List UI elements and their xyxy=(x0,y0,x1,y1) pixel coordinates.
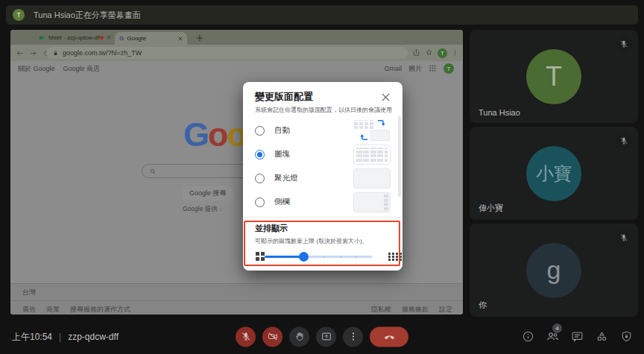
footer-settings: 設定 xyxy=(439,305,452,315)
layout-option-tiled[interactable]: 圖塊 xyxy=(255,142,391,166)
layout-tiled-icon xyxy=(353,145,391,165)
participant-name: Tuna Hsiao xyxy=(479,108,520,117)
radio-spotlight[interactable] xyxy=(255,174,265,183)
mic-muted-icon xyxy=(616,230,632,246)
change-layout-dialog: 變更版面配置 系統會記住你選取的版面配置，以供日後的會議使用 自動 圖塊 xyxy=(243,82,402,271)
mic-muted-icon xyxy=(616,36,632,52)
more-options-button[interactable] xyxy=(343,326,363,347)
tiles-section: 並排顯示 可顯示的圖塊數量上限 (取決於視窗大小)。 xyxy=(255,218,391,262)
clock-text: 上午10:54 xyxy=(12,330,52,343)
camera-off-button[interactable] xyxy=(262,326,282,347)
meeting-details-button[interactable] xyxy=(520,329,535,344)
link-gmail: Gmail xyxy=(384,65,402,72)
browser-menu-icon xyxy=(452,46,458,60)
page-footer: 台灣 廣告 商業 搜尋服務的運作方式 隱私權 服務條款 設定 xyxy=(10,283,463,315)
address-bar: google.com.tw/?hl=zh_TW xyxy=(46,47,408,59)
tab-title: Google xyxy=(127,35,178,42)
footer-privacy: 隱私權 xyxy=(371,305,391,315)
layout-auto-icon xyxy=(353,119,391,142)
chat-button[interactable] xyxy=(569,329,584,344)
participants-button[interactable]: 4 xyxy=(545,329,560,344)
participant-name: 偉小寶 xyxy=(479,203,503,214)
participant-avatar-2: g xyxy=(526,243,581,298)
dialog-title: 變更版面配置 xyxy=(255,90,313,104)
footer-terms: 服務條款 xyxy=(402,305,429,315)
dialog-scrollbar[interactable] xyxy=(398,116,401,197)
presenter-avatar: T xyxy=(13,9,25,21)
google-search-button: Google 搜尋 xyxy=(183,186,233,200)
layout-option-sidebar[interactable]: 側欄 xyxy=(255,190,391,214)
browser-toolbar: google.com.tw/?hl=zh_TW T xyxy=(10,45,463,61)
link-images: 圖片 xyxy=(408,64,422,74)
raise-hand-button[interactable] xyxy=(289,326,309,347)
participant-tile-tuna[interactable]: T Tuna Hsiao xyxy=(470,30,638,123)
footer-business: 商業 xyxy=(46,305,60,315)
layout-option-auto[interactable]: 自動 xyxy=(255,118,391,142)
presenting-banner: T Tuna Hsiao正在分享螢幕畫面 xyxy=(6,5,638,25)
footer-country: 台灣 xyxy=(22,288,36,297)
link-about-google: 關於 Google xyxy=(18,64,55,74)
participant-tile-xiaobao[interactable]: 小寶 偉小寶 xyxy=(470,127,638,220)
google-favicon-icon: G xyxy=(119,35,124,42)
apps-grid-icon xyxy=(429,64,437,74)
host-controls-button[interactable] xyxy=(619,329,634,344)
lock-icon xyxy=(52,50,59,57)
tab-close-icon xyxy=(107,35,111,39)
close-icon[interactable] xyxy=(380,92,391,102)
browser-tabstrip: Meet - zzp-qdcw-dff G Google xyxy=(10,30,463,45)
grid-large-icon xyxy=(388,253,391,255)
link-google-store: Google 商店 xyxy=(63,64,101,74)
new-tab-icon xyxy=(195,33,205,43)
presenter-avatar-initial: T xyxy=(16,11,21,19)
radio-tiled[interactable] xyxy=(255,150,265,159)
share-page-icon xyxy=(412,46,420,60)
browser-tab-google: G Google xyxy=(115,32,187,45)
tab-close-icon xyxy=(178,37,183,41)
activities-button[interactable] xyxy=(594,329,609,344)
bottom-bar: 上午10:54 | zzp-qdcw-dff 4 xyxy=(0,319,644,354)
browser-avatar: T xyxy=(438,48,447,58)
layout-sidebar-icon xyxy=(353,192,391,212)
tab-title: Meet - zzp-qdcw-dff xyxy=(48,34,100,41)
footer-ads: 廣告 xyxy=(22,305,36,315)
tiles-section-title: 並排顯示 xyxy=(255,223,391,234)
url-text: google.com.tw/?hl=zh_TW xyxy=(63,49,142,57)
offered-in-line: Google 提供： xyxy=(183,205,224,214)
tiles-slider[interactable] xyxy=(265,251,372,262)
layout-option-spotlight[interactable]: 聚光燈 xyxy=(255,166,391,190)
browser-tab-meet: Meet - zzp-qdcw-dff xyxy=(35,30,115,45)
tiles-section-description: 可顯示的圖塊數量上限 (取決於視窗大小)。 xyxy=(255,237,391,245)
meet-window: T Tuna Hsiao正在分享螢幕畫面 Meet - zzp-qdcw-dff… xyxy=(0,0,644,354)
grid-small-icon xyxy=(256,252,259,256)
end-call-button[interactable] xyxy=(370,326,408,347)
forward-icon xyxy=(29,49,37,57)
participant-avatar-0: T xyxy=(526,49,581,104)
meet-favicon-icon xyxy=(39,34,45,41)
page-avatar: T xyxy=(443,63,454,74)
back-icon xyxy=(16,49,24,57)
footer-how-search-works: 搜尋服務的運作方式 xyxy=(70,305,130,315)
mic-off-button[interactable] xyxy=(236,326,256,347)
dialog-subtitle: 系統會記住你選取的版面配置，以供日後的會議使用 xyxy=(255,106,391,114)
participant-tile-you[interactable]: g 你 xyxy=(470,224,638,317)
slider-fill xyxy=(265,256,303,258)
recording-dot-icon xyxy=(100,36,104,39)
participant-avatar-1: 小寶 xyxy=(526,146,581,201)
presenting-banner-text: Tuna Hsiao正在分享螢幕畫面 xyxy=(34,10,141,21)
participants-count-badge: 4 xyxy=(552,323,562,333)
mic-muted-icon xyxy=(616,133,632,149)
layout-spotlight-icon xyxy=(353,168,391,189)
radio-auto[interactable] xyxy=(255,126,265,136)
search-icon xyxy=(149,168,157,175)
participant-name: 你 xyxy=(479,300,487,311)
meeting-code: zzp-qdcw-dff xyxy=(68,332,119,342)
slider-thumb[interactable] xyxy=(299,252,309,262)
radio-sidebar[interactable] xyxy=(255,197,265,207)
present-button[interactable] xyxy=(316,326,336,347)
bookmark-star-icon xyxy=(425,46,433,60)
